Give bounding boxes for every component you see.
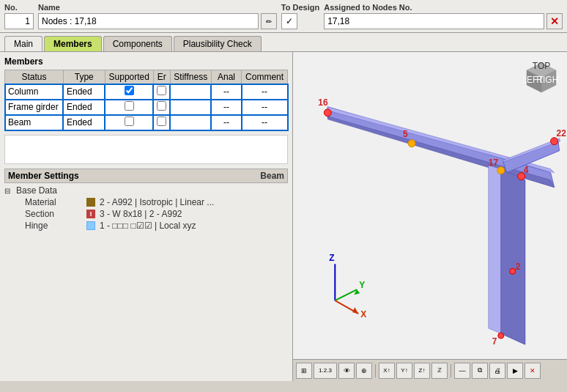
svg-point-15: [408, 140, 415, 147]
svg-point-14: [324, 109, 331, 117]
to-design-field-group: To Design ✓: [281, 3, 319, 29]
toolbar-view-button[interactable]: 👁: [338, 363, 355, 379]
members-section: Members Status Type Supported Er Stiffne…: [0, 52, 292, 135]
cell-stiffness-2[interactable]: [170, 100, 211, 115]
expand-icon[interactable]: ⊟: [4, 187, 16, 195]
tab-components[interactable]: Components: [103, 36, 172, 51]
no-input[interactable]: [4, 13, 34, 29]
name-input[interactable]: [38, 13, 259, 29]
svg-text:7: 7: [492, 336, 497, 347]
cell-anal-3: --: [211, 115, 241, 130]
no-label: No.: [4, 3, 34, 12]
cell-anal-2: --: [211, 100, 241, 115]
cell-er-3[interactable]: [153, 115, 170, 130]
toolbar-play-button[interactable]: ▶: [507, 363, 523, 379]
material-tree-item: Material 2 - A992 | Isotropic | Linear .…: [4, 196, 288, 208]
delete-button[interactable]: ✕: [546, 13, 563, 29]
cell-status-3[interactable]: Beam: [5, 115, 64, 130]
settings-header: Member Settings Beam: [4, 169, 288, 183]
section-label: Section: [25, 209, 84, 219]
cell-status-1[interactable]: Column: [5, 84, 64, 100]
assigned-field-group: Assigned to Nodes No. ✕: [324, 3, 563, 29]
base-data-label: Base Data: [16, 185, 75, 196]
header-bar: No. Name ✏ To Design ✓ Assigned to Nodes…: [0, 0, 567, 33]
hinge-icon: [86, 221, 95, 230]
assigned-input[interactable]: [324, 13, 544, 29]
edit-name-button[interactable]: ✏: [261, 13, 277, 29]
svg-point-16: [497, 167, 505, 174]
cell-supported-3[interactable]: [105, 115, 153, 130]
svg-text:17: 17: [489, 158, 499, 168]
svg-marker-12: [489, 166, 501, 333]
svg-point-20: [498, 333, 504, 339]
cell-status-2[interactable]: Frame girder: [5, 100, 64, 115]
separator-1: [375, 364, 376, 377]
toolbar-dash-button[interactable]: —: [454, 363, 470, 379]
separator-2: [451, 364, 451, 377]
cell-er-2[interactable]: [153, 100, 170, 115]
svg-text:4: 4: [524, 165, 529, 175]
name-field-group: Name ✏: [38, 3, 277, 29]
settings-current: Beam: [260, 171, 284, 181]
base-data-tree-item[interactable]: ⊟ Base Data: [4, 185, 288, 196]
main-content: Members Status Type Supported Er Stiffne…: [0, 52, 567, 381]
svg-line-29: [335, 289, 357, 300]
no-field-group: No.: [4, 3, 34, 29]
col-supported: Supported: [105, 70, 153, 84]
toolbar-yt-button[interactable]: Y↑: [396, 363, 412, 379]
svg-marker-13: [501, 169, 525, 344]
material-value: 2 - A992 | Isotropic | Linear ...: [100, 197, 214, 207]
tabs-bar: Main Members Components Plausibility Che…: [0, 33, 567, 52]
hinge-value: 1 - □□□ □☑☑ | Local xyz: [100, 221, 196, 231]
toolbar-layers-button[interactable]: ⧉: [472, 363, 488, 379]
tab-members[interactable]: Members: [44, 36, 102, 51]
toolbar-xt-button[interactable]: X↑: [379, 363, 395, 379]
cell-er-1[interactable]: [153, 84, 170, 100]
toolbar-close-button[interactable]: ✕: [525, 363, 541, 379]
svg-point-18: [551, 138, 558, 145]
col-comment: Comment: [242, 70, 288, 84]
left-panel: Members Status Type Supported Er Stiffne…: [0, 52, 293, 381]
cell-comment-2: --: [242, 100, 288, 115]
tab-plausibility[interactable]: Plausibility Check: [174, 36, 262, 51]
name-label: Name: [38, 3, 277, 12]
to-design-checkbox[interactable]: ✓: [281, 13, 297, 29]
svg-text:16: 16: [318, 97, 328, 108]
viewport[interactable]: TOP LEFT RIGHT: [293, 52, 567, 359]
cell-supported-1[interactable]: [105, 84, 153, 100]
svg-text:Y: Y: [359, 280, 365, 290]
cell-type-1[interactable]: Ended: [63, 84, 105, 100]
cell-supported-2[interactable]: [105, 100, 153, 115]
toolbar-zt-button[interactable]: Z↑: [414, 363, 430, 379]
section-tree-item: Section I 3 - W 8x18 | 2 - A992: [4, 208, 288, 220]
cell-stiffness-1[interactable]: [170, 84, 211, 100]
col-er: Er: [153, 70, 170, 84]
hinge-label: Hinge: [25, 221, 84, 231]
members-title: Members: [4, 56, 288, 67]
table-row[interactable]: Beam Ended -- --: [5, 115, 288, 130]
tab-main[interactable]: Main: [4, 36, 42, 51]
material-color-box: [86, 198, 95, 207]
table-row[interactable]: Column Ended -- --: [5, 84, 288, 100]
cell-type-3[interactable]: Ended: [63, 115, 105, 130]
members-table: Status Type Supported Er Stiffness Anal …: [4, 70, 288, 130]
col-status: Status: [5, 70, 64, 84]
to-design-label: To Design: [281, 3, 319, 12]
toolbar-numbering-button[interactable]: 1.2.3: [314, 363, 337, 379]
member-settings: Member Settings Beam ⊟ Base Data Materia…: [0, 164, 292, 381]
structure-svg: 16 5 17 4 22 2 7 Z: [293, 52, 567, 359]
empty-area: [4, 135, 288, 164]
svg-point-19: [510, 268, 516, 274]
table-row[interactable]: Frame girder Ended -- --: [5, 100, 288, 115]
toolbar-grid-button[interactable]: ⊞: [296, 363, 312, 379]
toolbar-iz-button[interactable]: ℤ: [431, 363, 448, 379]
cell-type-2[interactable]: Ended: [63, 100, 105, 115]
section-icon: I: [86, 210, 95, 218]
svg-text:Z: Z: [329, 253, 334, 263]
toolbar-add-button[interactable]: ⊕: [356, 363, 372, 379]
viewport-toolbar: ⊞ 1.2.3 👁 ⊕ X↑ Y↑ Z↑ ℤ — ⧉ 🖨 ▶ ✕: [293, 359, 567, 381]
material-label: Material: [25, 197, 84, 207]
toolbar-print-button[interactable]: 🖨: [489, 363, 505, 379]
cell-stiffness-3[interactable]: [170, 115, 211, 130]
col-anal: Anal: [211, 70, 241, 84]
